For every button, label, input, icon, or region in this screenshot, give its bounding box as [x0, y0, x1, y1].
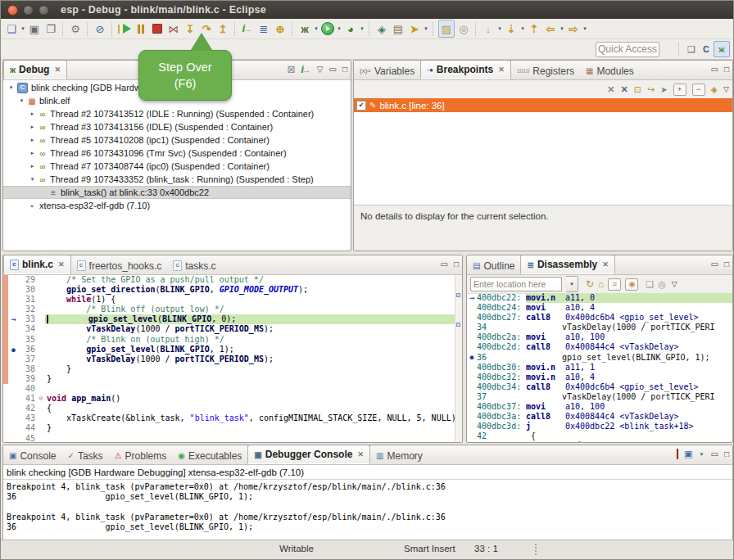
minimize-icon[interactable]: ▭: [711, 65, 718, 74]
tab-variables[interactable]: (x)= Variables: [354, 62, 420, 79]
disassembly-line[interactable]: 42{: [467, 431, 732, 441]
window-maximize-button[interactable]: [39, 5, 49, 16]
disassembly-line[interactable]: 400dbc37:movia10, 100: [467, 402, 732, 412]
last-edit-dropdown-icon[interactable]: ▾: [496, 25, 503, 32]
close-icon[interactable]: ✕: [58, 260, 65, 269]
view-menu-icon[interactable]: ▽: [723, 85, 729, 93]
debug-tree-item[interactable]: ▪xtensa-esp32-elf-gdb (7.10): [3, 199, 351, 212]
debug-tree-item[interactable]: ≡blink_task() at blink.c:33 0x400dbc22: [3, 186, 351, 199]
tree-expander-icon[interactable]: ▸: [28, 163, 37, 169]
disassembly-line[interactable]: 34vTaskDelay(1000 / portTICK_PERI: [467, 323, 732, 332]
show-source-icon[interactable]: ≡: [608, 278, 621, 291]
previous-annotation-icon[interactable]: ⇡: [527, 20, 541, 37]
forward-icon[interactable]: ⇨: [566, 20, 581, 37]
group-by-icon[interactable]: ◈: [711, 84, 718, 95]
collapse-all-icon[interactable]: −: [692, 84, 705, 96]
external-tools-dropdown-icon[interactable]: ▾: [423, 25, 429, 32]
save-all-icon[interactable]: ❐: [43, 20, 58, 37]
home-icon[interactable]: ⌂: [598, 278, 604, 290]
maximize-icon[interactable]: □: [454, 260, 459, 269]
refresh-icon[interactable]: ↻: [586, 278, 594, 290]
minimize-icon[interactable]: ▭: [329, 65, 337, 74]
profile-icon[interactable]: ◕: [343, 20, 358, 37]
terminate-icon[interactable]: [150, 20, 165, 37]
tab-problems[interactable]: ⚠ Problems: [109, 447, 173, 464]
ruler-mark-current-line[interactable]: [456, 293, 460, 297]
editor-line[interactable]: 34 vTaskDelay(1000 / portTICK_PERIOD_MS)…: [3, 324, 455, 334]
close-icon[interactable]: ✕: [357, 450, 364, 458]
trace-control-icon[interactable]: ⊕: [273, 20, 288, 37]
tab-disassembly[interactable]: ≣ Disassembly ✕: [520, 255, 614, 274]
resume-icon[interactable]: [117, 20, 132, 37]
pin-view-icon[interactable]: ◎: [658, 279, 666, 290]
breakpoint-checkbox[interactable]: ✔: [356, 101, 366, 111]
open-element-icon[interactable]: ◈: [374, 20, 389, 37]
profile-dropdown-icon[interactable]: ▾: [359, 25, 365, 32]
location-dropdown-icon[interactable]: ▾: [566, 276, 578, 292]
display-console-icon[interactable]: ▣: [684, 449, 692, 459]
cpp-perspective-icon[interactable]: C: [699, 42, 714, 56]
next-annotation-icon[interactable]: ⇣: [504, 20, 519, 37]
terminate-console-icon[interactable]: [677, 449, 678, 458]
window-close-button[interactable]: [7, 5, 18, 16]
disassembly-line[interactable]: 400dbc3a:call80x400844c4 <vTaskDelay>: [467, 412, 732, 422]
skip-all-breakpoints-icon[interactable]: ➤: [660, 85, 667, 94]
tree-expander-icon[interactable]: ▸: [28, 111, 37, 117]
editor-line[interactable]: 45: [3, 434, 455, 443]
location-input[interactable]: Enter location here: [470, 277, 562, 291]
disassembly-line[interactable]: app_main:: [467, 441, 732, 442]
open-new-view-icon[interactable]: ❏: [646, 279, 654, 290]
editor-line[interactable]: 30 gpio_set_direction(BLINK_GPIO, GPIO_M…: [3, 285, 455, 295]
tab-debug[interactable]: ж Debug ✕: [3, 60, 67, 79]
disconnect-icon[interactable]: ⋈: [166, 20, 181, 37]
minimize-icon[interactable]: ▭: [711, 449, 718, 458]
forward-dropdown-icon[interactable]: ▾: [582, 25, 588, 32]
close-icon[interactable]: ✕: [602, 260, 609, 269]
tree-expander-icon[interactable]: ▸: [28, 137, 37, 143]
build-icon[interactable]: ⚙: [68, 20, 83, 37]
next-annotation-dropdown-icon[interactable]: ▾: [519, 25, 526, 32]
remove-breakpoint-icon[interactable]: ✕: [607, 84, 614, 95]
instruction-stepping-toggle-icon[interactable]: i→: [301, 64, 310, 75]
debug-perspective-icon[interactable]: ж: [714, 41, 730, 57]
editor-line[interactable]: 41⊖void app_main(): [3, 394, 455, 404]
quick-access-box[interactable]: Quick Access: [596, 42, 659, 57]
tab-freertos-hooks-c[interactable]: c freertos_hooks.c: [71, 257, 168, 274]
editor-line[interactable]: 32 /* Blink off (output low) */: [3, 305, 455, 314]
editor-line[interactable]: 43 xTaskCreate(&blink_task, "blink_task"…: [3, 413, 455, 423]
remove-all-breakpoints-icon[interactable]: ✕: [621, 84, 628, 95]
maximize-icon[interactable]: □: [724, 449, 729, 458]
overview-ruler[interactable]: [455, 275, 462, 442]
editor-line[interactable]: 29 /* Set the GPIO as a push/pull output…: [3, 275, 455, 285]
open-perspective-icon[interactable]: ❏: [684, 42, 699, 56]
tab-debugger-console[interactable]: ▣ Debugger Console ✕: [247, 445, 370, 464]
tree-expander-icon[interactable]: ▾: [17, 97, 26, 104]
disassembly-listing[interactable]: →400dbc22:movi.na11, 0400dbc24:movia10, …: [467, 293, 732, 442]
last-edit-location-icon[interactable]: ↓: [481, 20, 496, 37]
tree-expander-icon[interactable]: ▸: [28, 150, 37, 156]
editor-line[interactable]: 31 while(1) {: [3, 295, 455, 305]
toggle-mark-occurrences-icon[interactable]: ▨: [438, 20, 455, 38]
editor-line[interactable]: 37 vTaskDelay(1000 / portTICK_PERIOD_MS)…: [3, 355, 455, 364]
skip-all-breakpoints-icon[interactable]: ⊘: [93, 20, 107, 37]
back-dropdown-icon[interactable]: ▾: [559, 25, 565, 32]
editor-line[interactable]: 35 /* Blink on (output high) */: [3, 335, 455, 345]
minimize-icon[interactable]: ▭: [441, 260, 448, 269]
editor-line[interactable]: →33 gpio_set_level(BLINK_GPIO, 0);: [3, 314, 455, 324]
tab-executables[interactable]: ◉ Executables: [172, 447, 247, 464]
debug-tree-item[interactable]: ▸∞Thread #5 1073410208 (ipc1) (Suspended…: [3, 133, 351, 147]
run-dropdown-icon[interactable]: ▾: [336, 25, 342, 32]
tab-memory[interactable]: ▥ Memory: [370, 447, 428, 464]
debug-tree-item[interactable]: ▸∞Thread #3 1073413156 (IDLE) (Suspended…: [3, 120, 351, 133]
disassembly-line[interactable]: 400dbc32:movi.na10, 4: [467, 373, 732, 382]
editor-line[interactable]: 39}: [3, 374, 455, 384]
pin-editor-icon[interactable]: ◎: [456, 20, 471, 37]
disassembly-line[interactable]: 400dbc2d:call80x400844c4 <vTaskDelay>: [467, 342, 732, 352]
tab-modules[interactable]: ▦ Modules: [580, 62, 640, 79]
show-trace-icon[interactable]: ≣: [256, 20, 271, 37]
editor-line[interactable]: ●36 gpio_set_level(BLINK_GPIO, 1);: [3, 345, 455, 355]
fold-collapse-icon[interactable]: ⊖: [37, 394, 45, 404]
breakpoint-row[interactable]: ✔✎blink.c [line: 36]: [354, 98, 732, 112]
tab-breakpoints[interactable]: ◦● Breakpoints ✕: [420, 60, 511, 79]
debug-tree-item[interactable]: ▸∞Thread #6 1073431096 (Tmr Svc) (Suspen…: [3, 147, 351, 160]
